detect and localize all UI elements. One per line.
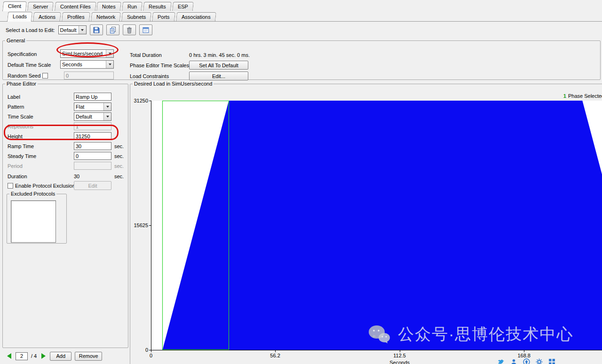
chevron-down-icon [79,26,86,34]
x-tick-label: 168.8 [517,353,531,358]
tab-content-files[interactable]: Content Files [55,2,96,11]
load-select-value: Default [60,27,77,33]
phase-editor-group: Phase Editor Label Pattern Flat Time Sca… [2,81,128,348]
repetitions-label: Repetitions [8,124,33,129]
tab-esp[interactable]: ESP [172,2,194,11]
form-icon [142,26,150,34]
specification-select[interactable]: SimUsers/second [60,49,114,58]
height-input[interactable] [74,132,111,140]
specification-value: SimUsers/second [62,51,103,56]
time-scale-label: Time Scale [8,114,33,119]
period-input [74,162,111,170]
phase-number-input[interactable] [16,352,28,360]
remove-phase-button[interactable]: Remove [75,352,102,361]
tab-run[interactable]: Run [122,2,143,11]
excluded-protocols-list[interactable] [11,200,56,243]
y-tick-label: 15625 [134,222,148,228]
tab-client[interactable]: Client [2,1,27,11]
phase-label-label: Label [8,94,20,100]
left-arrow-icon [7,353,11,359]
tab-ports[interactable]: Ports [152,12,175,21]
arrow-up-circle-icon[interactable] [523,358,530,364]
next-phase-button[interactable] [40,352,47,360]
ramp-time-label: Ramp Time [8,143,34,149]
specification-label: Specification [8,51,37,57]
y-tick-label: 0 [145,347,148,353]
tab-loads-label: Loads [13,14,27,19]
phase-navigation: / 4 Add Remove [6,351,102,361]
tab-run-label: Run [127,4,137,9]
trash-icon [126,26,133,34]
tab-content-files-label: Content Files [60,4,90,9]
x-tick-mark [524,350,524,352]
load-constraints-label: Load Constraints [130,73,169,79]
load-constraints-edit-button[interactable]: Edit... [189,71,248,80]
gear-icon[interactable] [536,358,543,364]
delete-load-button[interactable] [123,24,136,35]
share-toolbar [498,358,555,364]
ramp-time-input[interactable] [74,142,111,150]
x-tick-mark [400,350,400,352]
client-sub-tab-bar: Loads Actions Profiles Network Subnets P… [0,11,602,22]
tab-server[interactable]: Server [27,2,54,11]
chevron-down-icon [106,50,113,57]
plot-area[interactable] [151,101,602,350]
time-scale-select[interactable]: Default [74,112,111,121]
pattern-value: Flat [76,104,84,110]
load-chart [151,101,602,350]
user-icon[interactable] [510,358,517,364]
bird-icon[interactable] [498,358,505,364]
period-unit: sec. [114,163,124,169]
main-tab-bar: Client Server Content Files Notes Run Re… [0,0,602,11]
tab-loads[interactable]: Loads [7,12,32,22]
chevron-down-icon [106,61,113,68]
application-window: Client Server Content Files Notes Run Re… [0,0,602,364]
tab-profiles[interactable]: Profiles [62,12,90,21]
tab-client-label: Client [8,3,21,9]
prev-phase-button[interactable] [6,352,12,360]
random-seed-input [64,71,114,79]
tab-server-label: Server [33,4,48,9]
copy-icon [109,26,117,34]
random-seed-label: Random Seed [8,73,40,79]
y-axis-labels: 01562531250 [130,101,150,350]
enable-protocol-exclusion-checkbox[interactable] [8,183,13,189]
x-tick-labels: 056.2112.5168.8 [151,352,602,358]
phase-selected-indicator: 1Phase Selected [563,93,602,99]
x-tick-mark [151,350,151,352]
select-load-label: Select a Load to Edit: [6,27,55,33]
rename-load-button[interactable] [139,24,152,35]
duration-unit: sec. [114,174,124,179]
tab-associations-label: Associations [182,14,211,20]
chart-panel: Desired Load in SimUsers/second 1Phase S… [130,81,602,364]
steady-time-input[interactable] [74,152,111,160]
tab-actions[interactable]: Actions [33,12,61,21]
phase-editor-time-scales-label: Phase Editor Time Scales [130,63,189,68]
pattern-select[interactable]: Flat [74,103,111,111]
add-phase-button[interactable]: Add [50,352,71,361]
tab-subnets-label: Subnets [127,14,146,20]
tab-subnets[interactable]: Subnets [121,12,151,21]
x-tick-mark [275,350,276,352]
phase-selected-count: 1 [563,93,566,99]
copy-load-button[interactable] [106,24,119,35]
random-seed-checkbox[interactable] [42,73,48,79]
default-time-scale-value: Seconds [62,62,82,67]
default-time-scale-select[interactable]: Seconds [60,60,114,69]
load-select[interactable]: Default [58,25,87,34]
tab-associations[interactable]: Associations [176,12,216,21]
tab-results[interactable]: Results [143,2,172,11]
phase-label-input[interactable] [74,93,111,101]
grid-icon[interactable] [548,358,555,364]
steady-time-unit: sec. [114,153,124,159]
time-scale-value: Default [76,114,92,119]
height-label: Height [8,134,23,139]
load-area [151,101,602,350]
load-toolbar: Select a Load to Edit: Default [6,24,152,35]
tab-network[interactable]: Network [91,12,121,21]
save-load-button[interactable] [90,24,103,35]
x-tick-label: 112.5 [393,353,406,358]
set-all-to-default-button[interactable]: Set All To Default [189,61,248,70]
enable-protocol-exclusion-label: Enable Protocol Exclusion [15,183,75,189]
tab-notes[interactable]: Notes [96,2,121,11]
